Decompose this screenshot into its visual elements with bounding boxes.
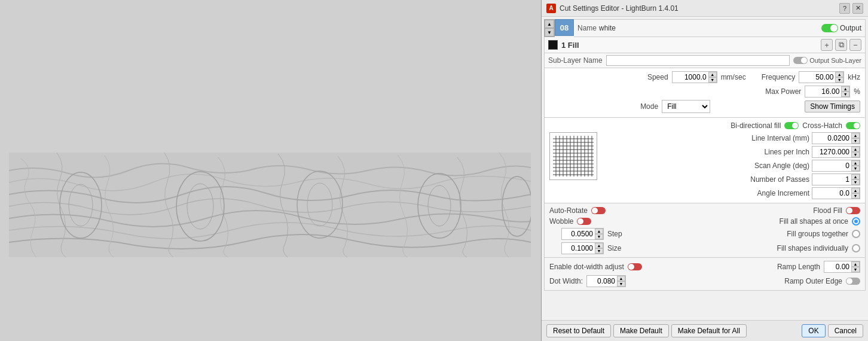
fill-all-label: Fill all shapes at once	[780, 217, 848, 226]
max-power-unit: %	[854, 87, 860, 96]
output-sublayer-toggle[interactable]	[793, 57, 808, 64]
num-passes-up[interactable]: ▲	[851, 174, 860, 179]
num-passes-input[interactable]	[812, 174, 851, 185]
speed-down-button[interactable]: ▼	[708, 77, 717, 83]
make-default-all-button[interactable]: Make Default for All	[671, 324, 747, 337]
speed-spinbox[interactable]: ▲ ▼	[672, 71, 717, 83]
dot-width-down[interactable]: ▼	[617, 281, 625, 287]
size-spinbox[interactable]: ▲ ▼	[561, 242, 604, 254]
max-power-label: Max Power	[765, 87, 801, 96]
step-label: Step	[607, 230, 622, 238]
layer-row: 1 Fill + ⧉ −	[544, 37, 866, 53]
step-down[interactable]: ▼	[595, 234, 603, 239]
size-up[interactable]: ▲	[595, 243, 603, 248]
step-spinbox[interactable]: ▲ ▼	[561, 228, 604, 240]
fill-all-radio[interactable]	[852, 217, 860, 226]
bidir-toggle[interactable]	[784, 122, 799, 129]
dot-width-spinbox[interactable]: ▲ ▼	[586, 275, 626, 287]
help-button[interactable]: ?	[839, 3, 850, 14]
bidir-label: Bi-directional fill	[731, 121, 781, 130]
max-power-input[interactable]	[805, 86, 841, 97]
fill-groups-label: Fill groups together	[787, 230, 848, 238]
angle-increment-down[interactable]: ▼	[851, 193, 860, 199]
svg-rect-10	[550, 133, 597, 179]
dot-width-label: Dot Width:	[549, 277, 583, 285]
size-down[interactable]: ▼	[595, 248, 603, 254]
ramp-length-spinbox[interactable]: ▲ ▼	[824, 261, 860, 273]
auto-rotate-toggle[interactable]	[591, 207, 606, 214]
make-default-button[interactable]: Make Default	[613, 324, 669, 337]
speed-label: Speed	[647, 73, 668, 81]
line-interval-spinbox[interactable]: ▲ ▼	[812, 132, 860, 144]
speed-input[interactable]	[673, 72, 708, 83]
size-input[interactable]	[562, 243, 595, 254]
mode-select[interactable]: Fill Line Offset Fill Image	[662, 100, 710, 113]
copy-layer-button[interactable]: ⧉	[835, 39, 847, 51]
angle-increment-up[interactable]: ▲	[851, 188, 860, 193]
angle-increment-label: Angle Increment	[757, 189, 809, 197]
cancel-button[interactable]: Cancel	[828, 324, 863, 337]
scan-angle-input[interactable]	[812, 160, 851, 171]
ramp-length-input[interactable]	[824, 261, 851, 272]
enable-dot-toggle[interactable]	[628, 263, 642, 270]
fill-individually-radio[interactable]	[852, 244, 860, 252]
flood-fill-toggle[interactable]	[846, 207, 860, 214]
remove-layer-button[interactable]: −	[849, 39, 861, 51]
num-passes-down[interactable]: ▼	[851, 179, 860, 185]
angle-increment-input[interactable]	[812, 188, 851, 199]
scroll-up-button[interactable]: ▲	[545, 20, 554, 28]
dialog-title: Cut Settings Editor - LightBurn 1.4.01	[560, 4, 678, 13]
lines-per-inch-spinbox[interactable]: ▲ ▼	[812, 146, 860, 158]
frequency-up-button[interactable]: ▲	[835, 72, 843, 77]
dot-width-up[interactable]: ▲	[617, 276, 625, 281]
dot-width-input[interactable]	[587, 276, 617, 287]
close-button[interactable]: ✕	[852, 3, 863, 14]
frequency-unit: kHz	[848, 73, 860, 81]
max-power-up-button[interactable]: ▲	[841, 86, 849, 92]
line-interval-down[interactable]: ▼	[851, 138, 860, 144]
frequency-down-button[interactable]: ▼	[835, 77, 843, 83]
lines-per-inch-label: Lines per Inch	[765, 148, 809, 156]
canvas-area	[0, 0, 541, 341]
layer-color-swatch[interactable]	[548, 40, 558, 50]
add-layer-button[interactable]: +	[821, 39, 833, 51]
reset-default-button[interactable]: Reset to Default	[546, 324, 611, 337]
lines-per-inch-input[interactable]	[812, 147, 851, 157]
show-timings-button[interactable]: Show Timings	[805, 101, 860, 112]
crosshatch-label: Cross-Hatch	[802, 121, 842, 130]
output-toggle[interactable]	[821, 24, 838, 32]
scan-angle-up[interactable]: ▲	[851, 160, 860, 166]
frequency-spinbox[interactable]: ▲ ▼	[799, 71, 844, 83]
frequency-input[interactable]	[799, 72, 835, 83]
scroll-down-button[interactable]: ▼	[545, 28, 554, 36]
angle-increment-spinbox[interactable]: ▲ ▼	[812, 187, 860, 199]
speed-up-button[interactable]: ▲	[708, 72, 717, 77]
frequency-label: Frequency	[762, 73, 796, 81]
lines-per-inch-up[interactable]: ▲	[851, 147, 860, 152]
wobble-toggle[interactable]	[577, 218, 591, 225]
bottom-buttons: Reset to Default Make Default Make Defau…	[542, 320, 868, 341]
num-passes-spinbox[interactable]: ▲ ▼	[812, 173, 860, 185]
fill-groups-radio[interactable]	[852, 230, 860, 238]
scan-angle-spinbox[interactable]: ▲ ▼	[812, 160, 860, 172]
settings-scroll-area[interactable]: ▲ ▼ 08 Name white Output	[542, 17, 868, 320]
wood-grain-pattern	[9, 153, 531, 257]
step-up[interactable]: ▲	[595, 229, 603, 234]
step-input[interactable]	[562, 229, 595, 239]
ok-button[interactable]: OK	[802, 324, 825, 337]
name-value: white	[599, 24, 819, 32]
ramp-outer-toggle[interactable]	[846, 278, 860, 285]
ramp-length-down[interactable]: ▼	[851, 267, 860, 272]
mode-label: Mode	[640, 102, 658, 111]
flood-fill-label: Flood Fill	[813, 206, 842, 215]
ramp-length-up[interactable]: ▲	[851, 261, 860, 267]
lines-per-inch-down[interactable]: ▼	[851, 152, 860, 157]
scan-angle-down[interactable]: ▼	[851, 166, 860, 171]
line-interval-up[interactable]: ▲	[851, 133, 860, 138]
max-power-spinbox[interactable]: ▲ ▼	[805, 86, 850, 98]
max-power-down-button[interactable]: ▼	[841, 92, 849, 97]
line-interval-input[interactable]	[812, 133, 851, 144]
fill-individually-label: Fill shapes individually	[777, 244, 848, 252]
sublayer-input[interactable]	[606, 55, 790, 66]
crosshatch-toggle[interactable]	[846, 122, 860, 129]
